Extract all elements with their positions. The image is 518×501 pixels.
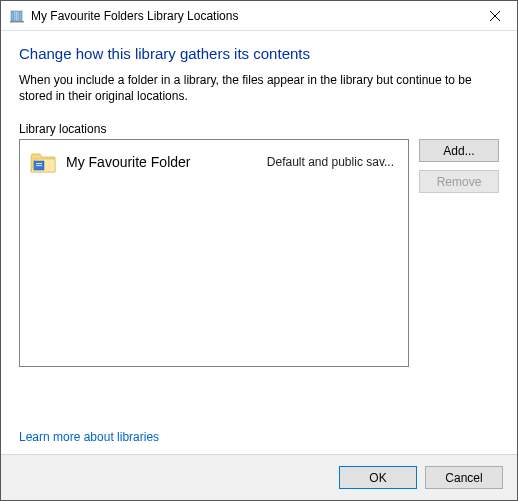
- close-button[interactable]: [472, 1, 517, 30]
- folder-name: My Favourite Folder: [66, 154, 267, 170]
- locations-listbox[interactable]: My Favourite Folder Default and public s…: [19, 139, 409, 367]
- folder-icon: [30, 150, 56, 174]
- titlebar: My Favourite Folders Library Locations: [1, 1, 517, 31]
- remove-button: Remove: [419, 170, 499, 193]
- svg-rect-2: [19, 11, 22, 21]
- dialog-footer: OK Cancel: [1, 454, 517, 500]
- cancel-button[interactable]: Cancel: [425, 466, 503, 489]
- learn-more-link[interactable]: Learn more about libraries: [19, 430, 499, 444]
- page-description: When you include a folder in a library, …: [19, 72, 499, 104]
- svg-rect-3: [10, 21, 24, 23]
- svg-rect-1: [15, 11, 18, 21]
- svg-rect-7: [36, 163, 42, 164]
- window-title: My Favourite Folders Library Locations: [31, 9, 472, 23]
- svg-rect-8: [36, 165, 42, 166]
- ok-button[interactable]: OK: [339, 466, 417, 489]
- list-item[interactable]: My Favourite Folder Default and public s…: [24, 146, 404, 178]
- folder-status: Default and public sav...: [267, 155, 398, 169]
- page-heading: Change how this library gathers its cont…: [19, 45, 499, 62]
- library-icon: [9, 8, 25, 24]
- svg-rect-0: [11, 11, 14, 21]
- locations-label: Library locations: [19, 122, 499, 136]
- content-area: Change how this library gathers its cont…: [1, 31, 517, 454]
- add-button[interactable]: Add...: [419, 139, 499, 162]
